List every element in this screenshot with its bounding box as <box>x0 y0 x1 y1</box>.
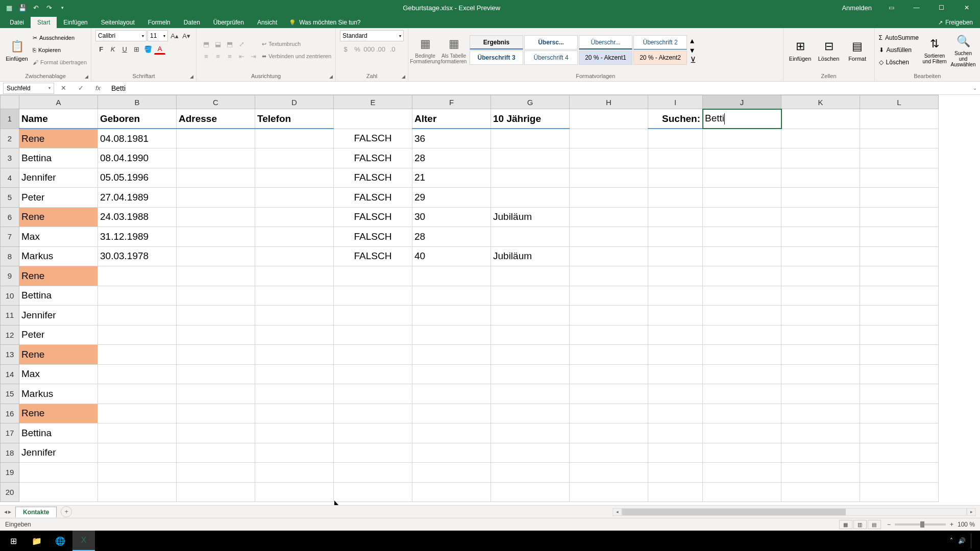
cell[interactable] <box>703 188 781 208</box>
row-header[interactable]: 19 <box>1 463 19 483</box>
cell[interactable]: Telefon <box>255 109 334 129</box>
ribbon-tab-datei[interactable]: Datei <box>3 17 31 28</box>
insert-cells-button[interactable]: ⊞Einfügen <box>788 31 813 69</box>
cell[interactable] <box>177 404 255 423</box>
fx-icon[interactable]: fx <box>92 83 104 94</box>
normal-view-icon[interactable]: ▦ <box>839 520 852 529</box>
cell[interactable] <box>648 482 703 502</box>
tray-expand-icon[interactable]: ˄ <box>950 537 953 544</box>
horizontal-scrollbar[interactable]: ◂ ▸ <box>612 508 980 516</box>
cell[interactable] <box>860 306 939 325</box>
column-header[interactable]: K <box>781 95 860 109</box>
cell[interactable] <box>255 207 334 227</box>
cell[interactable] <box>334 306 412 325</box>
cell[interactable] <box>412 286 491 306</box>
cell[interactable]: Jennifer <box>19 168 98 188</box>
cell[interactable] <box>19 463 98 483</box>
cell[interactable] <box>648 129 703 148</box>
cell[interactable]: FALSCH <box>334 227 412 247</box>
ribbon-tab-seitenlayout[interactable]: Seitenlayout <box>94 17 141 28</box>
column-header[interactable]: C <box>177 95 255 109</box>
cell[interactable] <box>860 423 939 443</box>
column-header[interactable]: A <box>19 95 98 109</box>
cell[interactable]: Rene <box>19 129 98 148</box>
autosum-button[interactable]: ΣAutoSumme <box>879 32 919 43</box>
cell[interactable] <box>570 345 648 365</box>
cell[interactable]: 21 <box>412 168 491 188</box>
cell[interactable]: 30.03.1978 <box>98 246 177 266</box>
copy-button[interactable]: ⎘Kopieren <box>33 44 87 56</box>
cell[interactable] <box>860 286 939 306</box>
zoom-slider[interactable] <box>895 523 946 525</box>
start-button[interactable]: ⊞ <box>2 531 24 551</box>
cell[interactable] <box>703 227 781 247</box>
align-middle-icon[interactable]: ⬓ <box>212 38 224 49</box>
row-header[interactable]: 13 <box>1 345 19 365</box>
cell[interactable]: Max <box>19 227 98 247</box>
cell[interactable] <box>491 266 570 286</box>
dialog-launcher-icon[interactable]: ◢ <box>328 73 334 80</box>
row-header[interactable]: 10 <box>1 286 19 306</box>
cell[interactable] <box>860 384 939 404</box>
cell[interactable]: Rene <box>19 266 98 286</box>
cell[interactable]: Betti <box>703 109 781 129</box>
cell[interactable]: Rene <box>19 345 98 365</box>
cell[interactable] <box>781 482 860 502</box>
cell[interactable] <box>703 443 781 463</box>
cell[interactable] <box>860 109 939 129</box>
cell[interactable] <box>412 404 491 423</box>
cell[interactable] <box>255 404 334 423</box>
cell[interactable] <box>177 345 255 365</box>
cell[interactable] <box>781 188 860 208</box>
cell[interactable] <box>570 443 648 463</box>
row-header[interactable]: 14 <box>1 364 19 384</box>
cell[interactable]: 08.04.1990 <box>98 148 177 168</box>
cell-style-item[interactable]: 20 % - Akzent1 <box>579 51 632 65</box>
row-header[interactable]: 4 <box>1 168 19 188</box>
cell[interactable] <box>648 266 703 286</box>
cell[interactable] <box>334 345 412 365</box>
cell[interactable]: Markus <box>19 384 98 404</box>
cell[interactable] <box>491 463 570 483</box>
row-header[interactable]: 12 <box>1 325 19 345</box>
bold-button[interactable]: F <box>95 43 107 55</box>
qat-dropdown-icon[interactable]: ▾ <box>57 3 67 13</box>
cell[interactable] <box>98 384 177 404</box>
cell[interactable] <box>255 148 334 168</box>
add-sheet-icon[interactable]: + <box>61 506 72 517</box>
zoom-level[interactable]: 100 % <box>958 521 975 528</box>
cell[interactable] <box>781 404 860 423</box>
cell[interactable] <box>491 286 570 306</box>
ribbon-tab-start[interactable]: Start <box>31 17 57 28</box>
cell[interactable] <box>703 306 781 325</box>
ribbon-tab-ansicht[interactable]: Ansicht <box>251 17 284 28</box>
cell[interactable] <box>491 188 570 208</box>
cell[interactable] <box>412 423 491 443</box>
cell[interactable] <box>255 286 334 306</box>
cell[interactable] <box>98 306 177 325</box>
cell[interactable] <box>255 463 334 483</box>
cell[interactable] <box>491 306 570 325</box>
cell[interactable] <box>860 345 939 365</box>
indent-decrease-icon[interactable]: ⇤ <box>236 51 247 62</box>
row-header[interactable]: 2 <box>1 129 19 148</box>
delete-cells-button[interactable]: ⊟Löschen <box>816 31 842 69</box>
cell[interactable] <box>412 482 491 502</box>
cell[interactable] <box>255 246 334 266</box>
name-box[interactable]: Suchfeld▾ <box>3 83 54 94</box>
cell[interactable] <box>177 384 255 404</box>
cell[interactable] <box>648 443 703 463</box>
cell[interactable]: Geboren <box>98 109 177 129</box>
cell[interactable] <box>412 384 491 404</box>
cell[interactable] <box>703 384 781 404</box>
row-header[interactable]: 17 <box>1 423 19 443</box>
column-header[interactable]: B <box>98 95 177 109</box>
cell[interactable] <box>412 325 491 345</box>
column-header[interactable]: H <box>570 95 648 109</box>
cell-style-item[interactable]: Überschrift 2 <box>633 35 687 49</box>
cell[interactable]: Rene <box>19 404 98 423</box>
cell[interactable] <box>334 463 412 483</box>
cell[interactable] <box>860 207 939 227</box>
column-header[interactable]: J <box>703 95 781 109</box>
cell[interactable]: FALSCH <box>334 148 412 168</box>
